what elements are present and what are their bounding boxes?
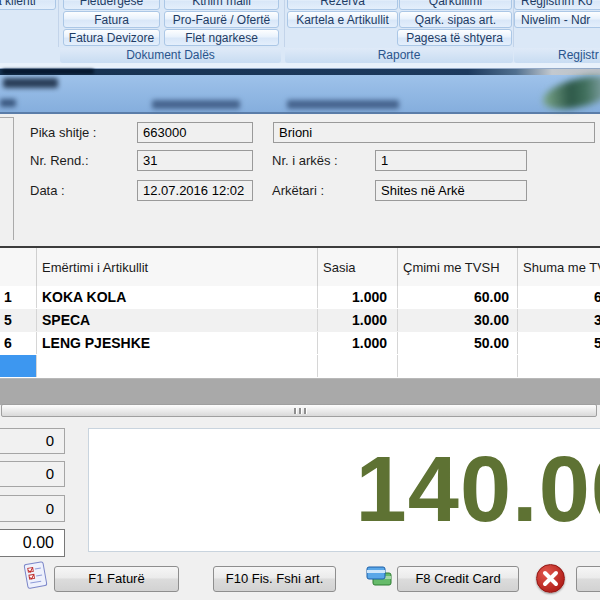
col-header-rownum xyxy=(0,248,37,286)
data-input[interactable]: 12.07.2016 12:02 xyxy=(137,180,253,201)
cell-price: 50.00 xyxy=(398,332,518,354)
nr-arkes-input[interactable]: 1 xyxy=(375,150,527,171)
blurred-label xyxy=(287,100,399,109)
ribbon-button-fletdergese[interactable]: Fletdërgesë xyxy=(63,0,160,10)
document-header-panel xyxy=(0,75,600,114)
nr-rend-input[interactable]: 31 xyxy=(137,150,253,171)
pika-shitje-input[interactable]: 663000 xyxy=(137,122,253,143)
payment-field-3[interactable]: 0 xyxy=(0,495,65,522)
data-label: Data : xyxy=(30,180,65,201)
ribbon-button-flet-ngarkese[interactable]: Flet ngarkese xyxy=(164,29,279,46)
cell-price: 60.00 xyxy=(398,286,518,308)
cell-amount: 50.00 xyxy=(518,332,600,354)
table-row[interactable]: 5 SPECA 1.000 30.00 30.00 xyxy=(0,309,600,333)
ribbon-button-fatura-devizore[interactable]: Fatura Devizore xyxy=(63,29,160,46)
table-row[interactable]: 6 LENG PJESHKE 1.000 50.00 50.00 xyxy=(0,332,600,356)
payment-field-2[interactable]: 0 xyxy=(0,461,65,487)
credit-card-icon xyxy=(365,565,393,589)
cell-name: LENG PJESHKE xyxy=(37,332,318,354)
ribbon-button-kthim-malli[interactable]: Kthim malli xyxy=(164,0,279,10)
ribbon-button-kartela-e-artikullit[interactable]: Kartela e Artikullit xyxy=(287,11,398,28)
ribbon-button-qarkullimi[interactable]: Qarkullimi xyxy=(399,0,512,10)
pos-window: ga klienti Fletdërgesë Fatura Fatura Dev… xyxy=(0,0,600,600)
cell-qty: 1.000 xyxy=(318,286,398,308)
col-header-qty: Sasia xyxy=(318,248,398,286)
cell-rownum: 6 xyxy=(0,332,37,354)
ribbon-group-regjistrime: Regjistr xyxy=(514,48,600,63)
col-header-name: Emërtimi i Artikullit xyxy=(37,248,318,286)
cell-amount xyxy=(518,355,600,377)
pika-shitje-label: Pika shitje : xyxy=(30,122,96,143)
cell-name xyxy=(37,355,318,377)
splitter-grip xyxy=(299,408,302,414)
nr-arkes-label: Nr. i arkës : xyxy=(272,150,338,171)
cell-rownum: 1 xyxy=(0,286,37,308)
ribbon-button-qark-sipas-art[interactable]: Qark. sipas art. xyxy=(399,11,512,28)
selected-cell[interactable] xyxy=(0,355,37,377)
grand-total-panel: 140.00 xyxy=(88,428,600,552)
ribbon-group-dokument-dales: Dokument Dalës xyxy=(60,48,281,63)
checklist-icon xyxy=(22,560,50,590)
table-empty-area xyxy=(0,378,600,405)
cell-name: SPECA xyxy=(37,309,318,331)
cell-price: 30.00 xyxy=(398,309,518,331)
ribbon-button-fatura[interactable]: Fatura xyxy=(63,11,160,28)
ribbon-group-separator xyxy=(284,0,285,47)
blurred-label xyxy=(152,100,240,109)
cell-qty: 1.000 xyxy=(318,332,398,354)
splitter-grip xyxy=(294,408,297,414)
table-row-empty[interactable] xyxy=(0,355,600,379)
cell-amount: 30.00 xyxy=(518,309,600,331)
arketari-input[interactable]: Shites në Arkë xyxy=(375,180,527,201)
blurred-label xyxy=(0,99,16,107)
ribbon-button-pro-faure-oferte[interactable]: Pro-Faurë / Ofertë xyxy=(164,11,279,28)
groupbox-edge xyxy=(0,117,14,118)
col-header-price: Çmimi me TVSH xyxy=(398,248,518,286)
arketari-label: Arkëtari : xyxy=(272,180,324,201)
ribbon-group-raporte: Raporte xyxy=(285,48,513,63)
horizontal-splitter[interactable] xyxy=(1,404,597,417)
nr-rend-label: Nr. Rend.: xyxy=(30,150,89,171)
ribbon-button-nivelim[interactable]: Nivelim - Ndr xyxy=(514,11,600,28)
table-row[interactable]: 1 KOKA KOLA 1.000 60.00 60.00 xyxy=(0,286,600,310)
close-icon[interactable] xyxy=(536,564,565,593)
cell-name: KOKA KOLA xyxy=(37,286,318,308)
pika-shitje-name-input[interactable]: Brioni xyxy=(273,122,595,143)
blurred-label xyxy=(3,78,58,88)
f8-credit-card-button[interactable]: F8 Credit Card xyxy=(397,566,519,592)
col-header-amount: Shuma me TVSH xyxy=(518,248,600,286)
company-logo xyxy=(540,72,600,114)
blurred-title-text xyxy=(2,69,94,74)
payment-field-1[interactable]: 0 xyxy=(0,428,65,454)
groupbox-edge xyxy=(13,117,14,240)
splitter-grip xyxy=(304,408,307,414)
cell-qty: 1.000 xyxy=(318,309,398,331)
ribbon-button-regjistrim[interactable]: Regjistrim Ko xyxy=(514,0,600,10)
ribbon-group-separator xyxy=(58,0,59,47)
partial-right-button[interactable] xyxy=(576,566,600,592)
f1-fature-button[interactable]: F1 Faturë xyxy=(54,566,179,592)
f10-fshi-artikull-button[interactable]: F10 Fis. Fshi art. xyxy=(213,566,336,592)
cell-price xyxy=(398,355,518,377)
payment-amount-input[interactable]: 0.00 xyxy=(0,529,65,557)
cell-rownum: 5 xyxy=(0,309,37,331)
cell-qty xyxy=(318,355,398,377)
ribbon-button-pagesa-te-shtyera[interactable]: Pagesa të shtyera xyxy=(397,29,512,46)
ribbon-button-pagesa-nga-klienti[interactable]: ga klienti xyxy=(0,0,56,10)
cell-amount: 60.00 xyxy=(518,286,600,308)
grand-total-value: 140.00 xyxy=(89,429,600,551)
table-header: Emërtimi i Artikullit Sasia Çmimi me TVS… xyxy=(0,248,600,287)
ribbon-button-rezerva[interactable]: Rezerva xyxy=(287,0,398,10)
